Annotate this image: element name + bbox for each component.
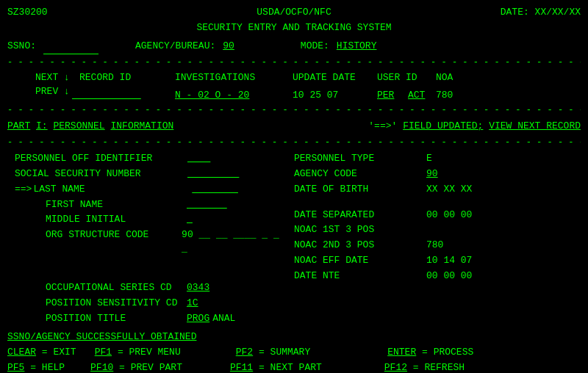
table-data-row: ____________ N - 02 O - 20 10 25 07 PER …	[7, 89, 581, 103]
field-updated-msg: '==>' FIELD UPDATED; VIEW NEXT RECORD	[368, 120, 581, 134]
investigations-value: N - 02 O - 20	[175, 89, 293, 103]
date-nte-label: DATE NTE	[294, 269, 426, 283]
middle-initial-label: MIDDLE INITIAL	[46, 213, 187, 227]
pf5-shortcut[interactable]: PF5 = HELP	[7, 361, 65, 373]
first-name-value[interactable]: _______	[187, 198, 227, 212]
middle-initial-value[interactable]: _	[187, 213, 193, 227]
agency-label: AGENCY/BUREAU:	[135, 40, 215, 54]
dob-row: DATE OF BIRTH XX XX XX	[294, 183, 581, 197]
ssno-input[interactable]	[43, 40, 98, 54]
mode-label: MODE:	[301, 40, 329, 54]
noac1-label: NOAC 1ST 3 POS	[294, 223, 374, 237]
occ-series-row: OCCUPATIONAL SERIES CD 0343	[15, 281, 287, 295]
personnel-type-row: PERSONNEL TYPE E	[294, 152, 581, 166]
org-structure-label: ORG STRUCTURE CODE	[46, 228, 182, 256]
noac2-value: 780	[426, 239, 443, 253]
pos-title-val1[interactable]: PROG	[187, 312, 209, 326]
noac-eff-row: NOAC EFF DATE 10 14 07	[294, 254, 581, 268]
pf12-shortcut[interactable]: PF12 = REFRESH	[384, 361, 465, 373]
update-date-value: 10 25 07	[293, 89, 377, 103]
title2: SECURITY ENTRY AND TRACKING SYSTEM	[7, 21, 581, 35]
last-name-label: LAST NAME	[33, 183, 192, 197]
form-area: PERSONNEL OFF IDENTIFIER ____ SOCIAL SEC…	[7, 152, 581, 327]
header: SZ30200 USDA/OCFO/NFC DATE: XX/XX/XX	[7, 6, 581, 20]
personnel-off-id-label: PERSONNEL OFF IDENTIFIER	[15, 152, 187, 166]
record-id-value[interactable]: ____________	[72, 89, 175, 103]
noac1-row: NOAC 1ST 3 POS	[294, 223, 581, 237]
occ-series-value[interactable]: 0343	[187, 281, 209, 295]
pf1-shortcut[interactable]: PF1 = PREV MENU	[95, 346, 181, 360]
ssn-label: SOCIAL SECURITY NUMBER	[15, 167, 187, 181]
divider1: - - - - - - - - - - - - - - - - - - - - …	[7, 57, 581, 69]
date-value: XX/XX/XX	[535, 7, 581, 18]
footer-row2: PF5 = HELP PF10 = PREV PART PF11 = NEXT …	[7, 361, 581, 373]
pos-sensitivity-value[interactable]: 1C	[187, 297, 198, 311]
part-label: PART I: PERSONNEL INFORMATION	[7, 120, 173, 134]
clear-shortcut[interactable]: CLEAR = EXIT	[7, 346, 76, 360]
noac-eff-label: NOAC EFF DATE	[294, 254, 426, 268]
pos-sensitivity-row: POSITION SENSITIVITY CD 1C	[15, 297, 287, 311]
part-header: PART I: PERSONNEL INFORMATION '==>' FIEL…	[7, 120, 581, 134]
pf2-shortcut[interactable]: PF2 = SUMMARY	[236, 346, 310, 360]
user-id-per: PER	[377, 89, 408, 103]
pos-sensitivity-label: POSITION SENSITIVITY CD	[46, 297, 187, 311]
personnel-off-id-value[interactable]: ____	[187, 152, 210, 166]
agency-value: 90	[223, 40, 234, 54]
ssn-value[interactable]: _________	[187, 167, 239, 181]
divider3: - - - - - - - - - - - - - - - - - - - - …	[7, 137, 581, 149]
ssn-row: SOCIAL SECURITY NUMBER _________	[15, 167, 287, 181]
org-structure-value[interactable]: 90 __ __ ____ _ _ _	[182, 228, 287, 256]
form-left-col: PERSONNEL OFF IDENTIFIER ____ SOCIAL SEC…	[15, 152, 287, 327]
col-next-prev-label: NEXT ↓PREV ↓	[35, 71, 72, 99]
middle-initial-row: MIDDLE INITIAL _	[15, 213, 287, 227]
date-display: DATE: XX/XX/XX	[501, 6, 581, 20]
org-structure-row: ORG STRUCTURE CODE 90 __ __ ____ _ _ _	[15, 228, 287, 256]
system-id: SZ30200	[7, 6, 48, 20]
ssno-row: SSNO: AGENCY/BUREAU: 90 MODE: HISTORY	[7, 40, 581, 54]
agency-code-value: 90	[426, 167, 438, 181]
divider2: - - - - - - - - - - - - - - - - - - - - …	[7, 104, 581, 117]
pos-title-row: POSITION TITLE PROG ANAL	[15, 312, 287, 326]
pos-title-val2: ANAL	[212, 312, 235, 326]
last-name-value[interactable]: ________	[192, 183, 237, 197]
first-name-label: FIRST NAME	[46, 198, 187, 212]
arrow-indicator: ==>	[15, 183, 32, 197]
mode-value: HISTORY	[337, 40, 377, 54]
dob-value: XX XX XX	[426, 183, 472, 197]
agency-code-label: AGENCY CODE	[294, 167, 426, 181]
personnel-type-value: E	[426, 152, 432, 166]
pf10-shortcut[interactable]: PF10 = PREV PART	[90, 361, 182, 373]
user-id-act: ACT	[408, 89, 436, 103]
noa-value: 780	[436, 89, 453, 103]
title1: USDA/OCFO/NFC	[257, 6, 331, 20]
date-nte-value: 00 00 00	[426, 269, 472, 283]
date-sep-label: DATE SEPARATED	[294, 209, 426, 222]
spacer1	[15, 258, 287, 281]
date-sep-value: 00 00 00	[426, 209, 472, 222]
pos-title-label: POSITION TITLE	[46, 312, 187, 326]
status-message: SSNO/AGENCY SUCCESSFULLY OBTAINED	[7, 330, 581, 344]
enter-shortcut[interactable]: ENTER = PROCESS	[387, 346, 473, 360]
spacer2	[294, 198, 581, 209]
first-name-row: FIRST NAME _______	[15, 198, 287, 212]
personnel-type-label: PERSONNEL TYPE	[294, 152, 426, 166]
ssno-label: SSNO:	[7, 40, 36, 54]
footer-row1: CLEAR = EXIT PF1 = PREV MENU PF2 = SUMMA…	[7, 346, 581, 360]
footer: CLEAR = EXIT PF1 = PREV MENU PF2 = SUMMA…	[7, 346, 581, 373]
form-right-col: PERSONNEL TYPE E AGENCY CODE 90 DATE OF …	[287, 152, 581, 327]
date-sep-row: DATE SEPARATED 00 00 00	[294, 209, 581, 222]
last-name-row: ==> LAST NAME ________	[15, 183, 287, 197]
date-nte-row: DATE NTE 00 00 00	[294, 269, 581, 283]
noac2-row: NOAC 2ND 3 POS 780	[294, 239, 581, 253]
agency-code-row: AGENCY CODE 90	[294, 167, 581, 181]
noac2-label: NOAC 2ND 3 POS	[294, 239, 426, 253]
personnel-off-id-row: PERSONNEL OFF IDENTIFIER ____	[15, 152, 287, 166]
dob-label: DATE OF BIRTH	[294, 183, 426, 197]
noac-eff-value: 10 14 07	[426, 254, 472, 268]
pf11-shortcut[interactable]: PF11 = NEXT PART	[230, 361, 322, 373]
occ-series-label: OCCUPATIONAL SERIES CD	[46, 281, 187, 295]
